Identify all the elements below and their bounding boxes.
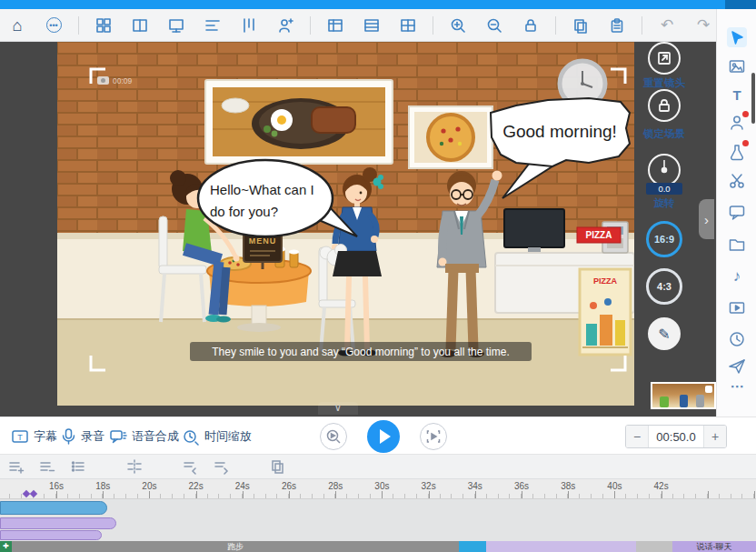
pencil-icon: ✎	[658, 326, 670, 343]
image-icon[interactable]	[727, 56, 747, 76]
ruler-tick	[522, 491, 522, 498]
track-clip[interactable]	[0, 517, 116, 529]
window-controls-area[interactable]	[725, 0, 756, 9]
align-rows-icon[interactable]	[201, 15, 224, 36]
effects-flask-icon[interactable]	[727, 142, 747, 162]
track-clip[interactable]	[0, 501, 107, 515]
tts-button[interactable]: 语音合成	[109, 417, 179, 456]
undo-icon[interactable]: ↶	[655, 15, 679, 36]
scene-strip: ✚ 跑步说话-聊天	[0, 541, 756, 552]
play-button[interactable]	[367, 420, 400, 453]
scene-strip-segment[interactable]	[486, 541, 636, 552]
track-list-icon[interactable]	[69, 457, 87, 476]
scene-strip-segment[interactable]	[459, 541, 486, 552]
time-zoom-button[interactable]: 时间缩放	[182, 417, 252, 456]
notification-badge	[742, 111, 749, 117]
split-view-icon[interactable]	[128, 15, 152, 36]
duration-increase-button[interactable]: +	[704, 426, 726, 447]
more-icon[interactable]: ⋯	[727, 376, 747, 396]
ruler-tick	[662, 491, 662, 498]
notification-badge	[742, 140, 749, 146]
scene-thumbnail[interactable]	[651, 382, 716, 409]
lock-scene-button[interactable]	[648, 89, 681, 122]
ruler-tick	[335, 491, 336, 498]
timeline-ruler[interactable]: 16s18s20s22s24s26s28s30s32s34s36s38s40s4…	[0, 479, 756, 499]
lock-icon[interactable]	[519, 15, 542, 36]
text-icon[interactable]: T	[727, 85, 747, 105]
subtitle-text: They smile to you and say “Good morning”…	[212, 346, 510, 358]
speech-bubble-icon[interactable]	[727, 202, 747, 222]
scene-strip-segment[interactable]: 跑步	[12, 541, 459, 552]
window-title-bar	[0, 0, 756, 9]
folder-icon[interactable]	[727, 234, 747, 254]
character-icon[interactable]	[727, 113, 747, 133]
poster[interactable]: PIZZA	[580, 269, 631, 355]
time-zoom-button-label: 时间缩放	[204, 428, 252, 445]
paste-icon[interactable]	[605, 15, 629, 36]
preview-all-button[interactable]	[420, 423, 447, 450]
panel-scrollbar[interactable]	[751, 73, 755, 124]
rotation-dial[interactable]	[648, 154, 681, 186]
play-icon	[380, 429, 391, 444]
scene-canvas[interactable]: PIZZA PIZZA	[57, 42, 634, 406]
home-icon[interactable]: ⌂	[5, 15, 29, 36]
clock-icon[interactable]	[727, 329, 747, 349]
select-tool-icon[interactable]	[727, 27, 747, 47]
split-clip-icon[interactable]	[125, 457, 144, 476]
food-picture-frame[interactable]	[205, 80, 393, 164]
scene-strip-segment[interactable]: 说话-聊天	[672, 541, 756, 552]
shift-right-icon[interactable]	[213, 457, 231, 476]
keyframe-marker[interactable]	[30, 490, 37, 497]
fit-screen-icon[interactable]	[164, 15, 188, 36]
ruler-tick-label: 30s	[369, 481, 394, 491]
table-insert-icon[interactable]	[323, 15, 347, 36]
subtitle-overlay[interactable]: They smile to you and say “Good morning”…	[190, 342, 532, 361]
canvas-collapse-chevron[interactable]: ∨	[318, 402, 358, 415]
scene-strip-start-marker[interactable]: ✚	[0, 541, 12, 552]
duration-decrease-button[interactable]: −	[626, 426, 648, 447]
toolbar-separator	[642, 16, 642, 35]
add-object-icon[interactable]	[274, 15, 297, 36]
playback-control-bar: T 字幕 录音 语音合成 时间缩放 − 00:50.0 +	[0, 417, 756, 455]
zoom-out-icon[interactable]	[482, 15, 506, 36]
ruler-tick	[754, 491, 755, 498]
redo-icon[interactable]: ↷	[691, 15, 715, 36]
add-track-icon[interactable]	[7, 457, 25, 476]
ruler-tick	[568, 491, 569, 498]
more-tools-icon[interactable]: •••	[42, 15, 65, 36]
ratio-4-3-button[interactable]: 4:3	[646, 268, 682, 305]
copy-icon[interactable]	[569, 15, 592, 36]
ruler-tick	[382, 491, 383, 498]
plane-icon[interactable]	[727, 356, 747, 376]
camera-preview-button[interactable]	[320, 423, 347, 450]
track-clip[interactable]	[0, 530, 102, 540]
remove-track-icon[interactable]	[38, 457, 56, 476]
pizza-picture-frame[interactable]	[409, 106, 492, 168]
toolbar-separator	[555, 16, 556, 35]
edit-scene-button[interactable]: ✎	[648, 317, 681, 350]
table-cells-icon[interactable]	[396, 15, 420, 36]
copy-track-icon[interactable]	[269, 457, 287, 476]
ruler-tick-label: 24s	[230, 481, 255, 491]
ratio-16-9-button[interactable]: 16:9	[646, 221, 682, 257]
poster-text: PIZZA	[593, 276, 617, 286]
pizza-sign[interactable]: PIZZA	[577, 227, 621, 243]
scissors-icon[interactable]	[727, 171, 747, 191]
music-icon[interactable]: ♪	[727, 266, 747, 286]
reset-camera-button[interactable]	[648, 42, 681, 75]
layout-grid-icon[interactable]	[92, 15, 115, 36]
record-button[interactable]: 录音	[60, 417, 104, 456]
ruler-tick-label: 40s	[602, 481, 627, 491]
computer-monitor[interactable]	[504, 209, 564, 252]
subtitle-button[interactable]: T 字幕	[11, 417, 57, 456]
table-rows-icon[interactable]	[360, 15, 383, 36]
zoom-in-icon[interactable]	[446, 15, 470, 36]
ruler-tick-label: 22s	[184, 481, 209, 491]
duration-stepper: − 00:50.0 +	[625, 425, 727, 448]
shift-left-icon[interactable]	[182, 457, 200, 476]
ruler-tick	[429, 491, 430, 498]
toolbar-separator	[433, 16, 433, 35]
panel-expander-chevron[interactable]: ›	[699, 199, 714, 239]
align-columns-icon[interactable]	[237, 15, 261, 36]
video-icon[interactable]	[727, 297, 747, 317]
